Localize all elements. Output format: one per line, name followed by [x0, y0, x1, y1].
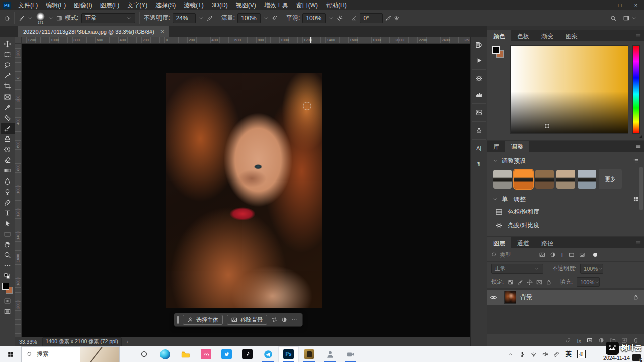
layer-style-button[interactable]: fx: [577, 336, 581, 345]
menu-item-0[interactable]: 文件(F): [14, 0, 42, 10]
tiktok-button[interactable]: [237, 346, 258, 362]
filter-toggle-icon[interactable]: [593, 253, 597, 257]
search-icon[interactable]: [610, 15, 616, 21]
ime-tool-icon[interactable]: [554, 351, 560, 357]
grid-view-icon[interactable]: [633, 196, 639, 202]
frame-tool[interactable]: [1, 92, 15, 102]
adjustment-preset-0[interactable]: [493, 170, 512, 189]
gold-app-button[interactable]: [299, 346, 319, 362]
twitter-button[interactable]: [216, 346, 237, 362]
photoshop-button[interactable]: Ps: [278, 346, 299, 362]
foreground-color-swatch[interactable]: [492, 46, 500, 54]
link-layers-button[interactable]: [565, 337, 571, 343]
menu-item-11[interactable]: 帮助(H): [322, 0, 351, 10]
layer-opacity-field[interactable]: 100%: [580, 264, 603, 274]
wifi-icon[interactable]: [531, 351, 537, 357]
adjustment-presets-section[interactable]: 调整预设: [492, 155, 639, 167]
pink-app-button[interactable]: [196, 346, 216, 362]
libraries-button[interactable]: [471, 105, 487, 120]
lasso-tool[interactable]: [1, 60, 15, 70]
navigator-button[interactable]: [471, 71, 487, 86]
filter-smartobj-icon[interactable]: [579, 252, 585, 258]
histogram-button[interactable]: [471, 86, 487, 102]
lock-lock-icon[interactable]: [546, 279, 552, 285]
color-swatches[interactable]: [2, 283, 14, 296]
lock-checker-icon[interactable]: [508, 279, 514, 285]
chevron-down-icon[interactable]: [492, 158, 498, 164]
healing-brush-tool[interactable]: [1, 113, 15, 123]
taskbar-search-box[interactable]: 搜索: [21, 346, 120, 362]
telegram-button[interactable]: [258, 346, 278, 362]
history-panel-button[interactable]: [471, 37, 487, 53]
search-highlight-image[interactable]: [80, 347, 119, 362]
color-tab-颜色[interactable]: 颜色: [487, 30, 511, 41]
chevron-down-icon[interactable]: [263, 15, 269, 21]
filter-type-icon[interactable]: T: [560, 252, 564, 258]
layer-filter-type[interactable]: 类型: [491, 251, 534, 259]
actions-button[interactable]: [471, 53, 487, 68]
vertical-ruler[interactable]: 2000200400600800100012001400160018002000: [15, 44, 22, 337]
camera-app-button[interactable]: [340, 346, 361, 362]
scrollbar[interactable]: [639, 167, 643, 210]
remove-background-button[interactable]: 移除背景: [227, 315, 267, 325]
single-adjustments-section[interactable]: 单一调整: [492, 193, 639, 205]
filter-adjust-circle-icon[interactable]: [550, 252, 556, 258]
symmetry-icon[interactable]: [394, 15, 400, 21]
transform-icon[interactable]: [271, 317, 277, 323]
brush-tool[interactable]: [1, 123, 15, 134]
adjustments-tab-库[interactable]: 库: [487, 141, 505, 152]
pen-tool[interactable]: [1, 197, 15, 208]
drag-handle[interactable]: [177, 316, 179, 324]
file-explorer-button[interactable]: [175, 346, 196, 362]
filter-image-pic-icon[interactable]: [539, 252, 545, 258]
menu-item-2[interactable]: 图像(I): [70, 0, 96, 10]
ime-mode-indicator[interactable]: 拼: [577, 350, 586, 358]
speaker-icon[interactable]: [542, 351, 548, 357]
panel-menu-icon[interactable]: [635, 240, 641, 246]
clone-stamp-tool[interactable]: [1, 134, 15, 144]
start-button[interactable]: [0, 346, 21, 362]
lock-brush-icon[interactable]: [517, 279, 523, 285]
menu-item-9[interactable]: 增效工具: [260, 0, 292, 10]
more-options-icon[interactable]: [291, 317, 297, 323]
eyedropper-tool[interactable]: [1, 102, 15, 113]
edge-button[interactable]: [154, 346, 175, 362]
layers-tab-路径[interactable]: 路径: [535, 237, 559, 248]
adjustment-preset-4[interactable]: [578, 170, 596, 189]
list-view-icon[interactable]: [633, 158, 639, 164]
menu-item-3[interactable]: 图层(L): [96, 0, 124, 10]
history-brush-tool[interactable]: [1, 144, 15, 155]
tray-expand-icon[interactable]: [508, 351, 514, 357]
workspace-switcher-icon[interactable]: [623, 15, 629, 21]
marquee-tool[interactable]: [1, 49, 15, 60]
lock-frame-icon[interactable]: [536, 279, 542, 285]
color-tab-渐变[interactable]: 渐变: [535, 30, 559, 41]
dodge-tool[interactable]: [1, 187, 15, 197]
color-tab-色板[interactable]: 色板: [511, 30, 535, 41]
blend-mode-select[interactable]: 正常: [81, 13, 135, 23]
layers-tab-通道[interactable]: 通道: [511, 237, 535, 248]
menu-item-8[interactable]: 视图(V): [232, 0, 260, 10]
saturation-brightness-field[interactable]: [510, 45, 628, 134]
task-view-button[interactable]: [134, 346, 154, 362]
adjustment-preset-3[interactable]: [556, 170, 575, 189]
brush-tool-preset-icon[interactable]: [19, 15, 25, 21]
close-tab-icon[interactable]: ×: [160, 28, 164, 35]
zoom-level[interactable]: 33.33%: [19, 339, 37, 345]
restore-button[interactable]: □: [612, 0, 628, 10]
status-expand-icon[interactable]: ›: [127, 339, 128, 344]
horizontal-ruler[interactable]: 1200100080060040020002004006008001000120…: [22, 37, 470, 44]
ime-language-indicator[interactable]: 英: [566, 350, 572, 358]
layer-thumbnail[interactable]: [504, 291, 516, 304]
angle-field[interactable]: 0°: [360, 13, 383, 23]
screen-mode[interactable]: [1, 306, 15, 317]
gear-icon[interactable]: [337, 15, 343, 21]
document-dimensions[interactable]: 1400 像素 x 2100 像素 (72 ppi): [42, 337, 122, 346]
more-presets-button[interactable]: 更多: [599, 169, 622, 189]
quick-mask[interactable]: [1, 296, 15, 306]
default-colors[interactable]: [1, 271, 15, 282]
blur-tool[interactable]: [1, 176, 15, 187]
home-icon[interactable]: [4, 15, 10, 21]
toggle-brush-panel-icon[interactable]: [56, 15, 62, 21]
chevron-down-icon[interactable]: [48, 15, 54, 21]
